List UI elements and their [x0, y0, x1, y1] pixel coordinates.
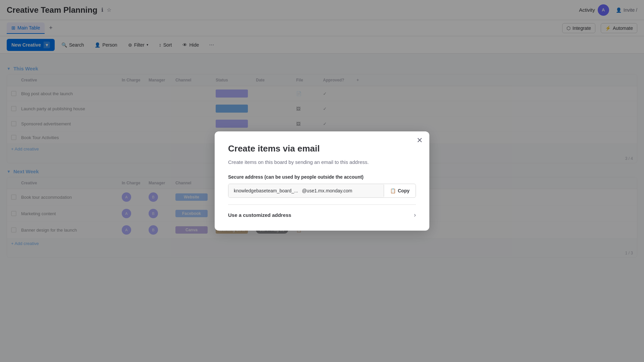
- customized-address-row[interactable]: Use a customized address ›: [228, 212, 416, 219]
- modal-description: Create items on this board by sending an…: [228, 159, 416, 165]
- close-icon: ✕: [417, 136, 423, 144]
- modal-overlay[interactable]: ✕ Create items via email Create items on…: [0, 0, 644, 362]
- copy-button[interactable]: 📋 Copy: [384, 185, 416, 197]
- copy-icon: 📋: [390, 188, 396, 193]
- email-address-input[interactable]: [228, 184, 384, 197]
- secure-label: Secure address (can be used by people ou…: [228, 174, 416, 180]
- copy-label: Copy: [398, 188, 410, 193]
- email-modal: ✕ Create items via email Create items on…: [215, 131, 429, 231]
- customized-address-label: Use a customized address: [228, 212, 291, 218]
- modal-title: Create items via email: [228, 143, 416, 154]
- email-input-row: 📋 Copy: [228, 184, 416, 198]
- modal-divider: [228, 204, 416, 205]
- modal-close-button[interactable]: ✕: [417, 137, 423, 144]
- chevron-down-icon: ›: [414, 212, 416, 219]
